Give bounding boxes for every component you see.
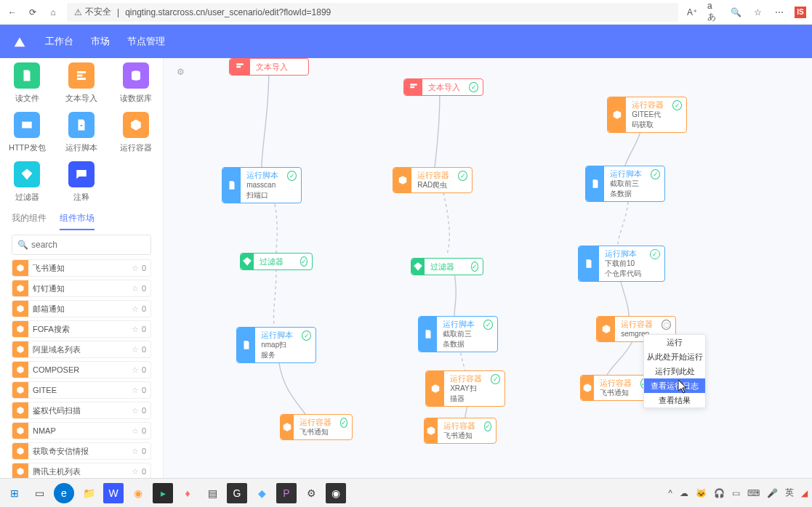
flow-canvas[interactable]: ⚙ 文本导入 运行脚本masscan扫端口✓ 过滤器✓ 运行脚本nmap扫服务✓… bbox=[164, 58, 812, 478]
search-icon[interactable]: 🔍 bbox=[729, 6, 742, 19]
read-aloud-icon[interactable]: A⁺ bbox=[686, 6, 699, 19]
app-icon[interactable]: ◉ bbox=[128, 483, 148, 503]
nav-item-nodes[interactable]: 节点管理 bbox=[127, 35, 165, 48]
app-icon[interactable]: ◉ bbox=[326, 483, 346, 503]
app-icon[interactable]: ◆ bbox=[252, 483, 272, 503]
taskview-icon[interactable]: ▭ bbox=[29, 483, 49, 503]
tray-icon[interactable]: 🐱 bbox=[696, 488, 707, 498]
star-icon[interactable]: ☆ bbox=[132, 406, 139, 415]
node-download-repos[interactable]: 运行脚本下载前10个仓库代码✓ bbox=[578, 246, 665, 282]
tab-my-components[interactable]: 我的组件 bbox=[12, 212, 47, 230]
list-item[interactable]: 钉钉通知☆0 bbox=[12, 280, 151, 297]
palette-filter[interactable]: 过滤器 bbox=[0, 157, 55, 206]
palette-comment[interactable]: 注释 bbox=[55, 157, 109, 206]
star-icon[interactable]: ☆ bbox=[132, 284, 139, 293]
palette-text-import[interactable]: 文本导入 bbox=[55, 58, 109, 108]
script-icon bbox=[419, 317, 437, 352]
more-icon[interactable]: ⋯ bbox=[773, 6, 786, 19]
app-icon[interactable]: ⚙ bbox=[301, 483, 321, 503]
node-feishu-1[interactable]: 运行容器飞书通知✓ bbox=[280, 414, 353, 440]
home-icon[interactable]: ⌂ bbox=[47, 6, 60, 19]
node-slice3-1[interactable]: 运行脚本截取前三条数据✓ bbox=[585, 166, 665, 202]
component-count: 0 bbox=[142, 386, 146, 394]
node-slice3-2[interactable]: 运行脚本截取前三条数据✓ bbox=[418, 316, 498, 352]
app-logo-icon[interactable] bbox=[12, 33, 28, 49]
star-icon[interactable]: ☆ bbox=[132, 386, 139, 395]
star-icon[interactable]: ☆ bbox=[132, 325, 139, 334]
ctx-run[interactable]: 运行 bbox=[644, 335, 705, 349]
ctx-view-log[interactable]: 查看运行日志 bbox=[644, 378, 705, 393]
nav-item-market[interactable]: 市场 bbox=[91, 35, 110, 48]
mic-icon[interactable]: 🎤 bbox=[767, 488, 778, 498]
node-text-import-1[interactable]: 文本导入 bbox=[229, 58, 309, 76]
address-bar[interactable]: ⚠不安全 | qingting.starcross.cn/user_scenar… bbox=[67, 3, 678, 22]
node-filter-2[interactable]: 过滤器✓ bbox=[411, 258, 483, 275]
tray-icon[interactable]: ▭ bbox=[732, 488, 740, 498]
star-icon[interactable]: ☆ bbox=[132, 365, 139, 375]
nav-item-workbench[interactable]: 工作台 bbox=[45, 35, 73, 48]
app-icon[interactable]: G bbox=[227, 483, 247, 503]
refresh-icon[interactable]: ⟳ bbox=[26, 6, 39, 19]
container-icon bbox=[597, 317, 615, 341]
node-text-import-2[interactable]: 文本导入✓ bbox=[403, 78, 483, 96]
ctx-run-from-here[interactable]: 从此处开始运行 bbox=[644, 349, 705, 364]
edge-icon[interactable]: e bbox=[54, 483, 74, 503]
star-icon[interactable]: ☆ bbox=[132, 345, 139, 354]
profile-badge[interactable]: IS bbox=[795, 7, 806, 18]
search-input[interactable] bbox=[12, 235, 151, 255]
app-icon[interactable]: P bbox=[276, 483, 297, 503]
star-icon[interactable]: ☆ bbox=[132, 447, 139, 456]
list-item[interactable]: 阿里域名列表☆0 bbox=[12, 341, 151, 358]
container-icon bbox=[12, 301, 28, 317]
ime-icon[interactable]: ⌨ bbox=[747, 488, 760, 498]
palette-run-script[interactable]: 运行脚本 bbox=[55, 108, 109, 157]
tray-icon[interactable]: ☁ bbox=[680, 488, 688, 498]
node-masscan[interactable]: 运行脚本masscan扫端口✓ bbox=[222, 167, 302, 203]
app-icon[interactable]: ♦ bbox=[177, 483, 198, 503]
star-icon[interactable]: ☆ bbox=[132, 467, 139, 476]
star-icon[interactable]: ☆ bbox=[132, 426, 139, 436]
node-title: 运行容器 bbox=[443, 421, 475, 431]
list-item[interactable]: 腾讯主机列表☆0 bbox=[12, 463, 151, 478]
node-xray[interactable]: 运行容器XRAY扫描器✓ bbox=[425, 370, 505, 407]
node-rad[interactable]: 运行容器RAD爬虫✓ bbox=[393, 167, 473, 193]
system-tray: ^ ☁ 🐱 🎧 ▭ ⌨ 🎤 英 ◢ bbox=[668, 487, 808, 499]
ctx-view-result[interactable]: 查看结果 bbox=[644, 393, 705, 407]
list-item[interactable]: COMPOSER☆0 bbox=[12, 361, 151, 378]
lang-icon[interactable]: 英 bbox=[785, 487, 794, 499]
translate-icon[interactable]: aあ bbox=[707, 6, 720, 19]
start-icon[interactable]: ⊞ bbox=[4, 483, 25, 503]
list-item[interactable]: GITEE☆0 bbox=[12, 381, 151, 399]
tray-icon[interactable]: 🎧 bbox=[714, 488, 725, 498]
palette-run-container[interactable]: 运行容器 bbox=[108, 108, 163, 157]
list-item[interactable]: 邮箱通知☆0 bbox=[12, 300, 151, 317]
star-icon[interactable]: ☆ bbox=[132, 304, 139, 314]
list-item[interactable]: 鉴权代码扫描☆0 bbox=[12, 402, 151, 419]
node-nmap[interactable]: 运行脚本nmap扫服务✓ bbox=[236, 327, 316, 363]
explorer-icon[interactable]: 📁 bbox=[79, 483, 99, 503]
tray-icon[interactable]: ^ bbox=[668, 488, 672, 498]
tray-icon[interactable]: ◢ bbox=[801, 488, 808, 498]
palette-read-file[interactable]: 读文件 bbox=[0, 58, 55, 108]
node-filter-1[interactable]: 过滤器✓ bbox=[240, 253, 313, 270]
tab-component-market[interactable]: 组件市场 bbox=[60, 212, 95, 230]
list-item[interactable]: 飞书通知☆0 bbox=[12, 259, 151, 277]
list-item[interactable]: FOFA搜索☆0 bbox=[12, 320, 151, 338]
windows-taskbar: ⊞ ▭ e 📁 W ◉ ▸ ♦ ▤ G ◆ P ⚙ ◉ ^ ☁ 🐱 🎧 ▭ ⌨ … bbox=[0, 478, 812, 507]
palette-http[interactable]: HTTP发包 bbox=[0, 108, 55, 157]
app-icon[interactable]: W bbox=[103, 483, 124, 503]
favorite-icon[interactable]: ☆ bbox=[751, 6, 764, 19]
app-icon[interactable]: ▸ bbox=[153, 483, 173, 503]
app-icon[interactable]: ▤ bbox=[202, 483, 222, 503]
node-feishu-2[interactable]: 运行容器飞书通知✓ bbox=[424, 418, 497, 444]
node-gitee[interactable]: 运行容器GITEE代码获取✓ bbox=[607, 97, 687, 133]
gear-icon[interactable]: ⚙ bbox=[177, 67, 185, 77]
ctx-run-to-here[interactable]: 运行到此处 bbox=[644, 364, 705, 378]
palette-read-db[interactable]: 读数据库 bbox=[108, 58, 163, 108]
back-icon[interactable]: ← bbox=[6, 6, 19, 19]
list-item[interactable]: NMAP☆0 bbox=[12, 422, 151, 439]
node-feishu-3[interactable]: 运行容器飞书通知✓ bbox=[580, 375, 653, 401]
star-icon[interactable]: ☆ bbox=[132, 264, 139, 273]
component-list[interactable]: 飞书通知☆0钉钉通知☆0邮箱通知☆0FOFA搜索☆0阿里域名列表☆0COMPOS… bbox=[0, 259, 163, 478]
list-item[interactable]: 获取奇安信情报☆0 bbox=[12, 442, 151, 460]
